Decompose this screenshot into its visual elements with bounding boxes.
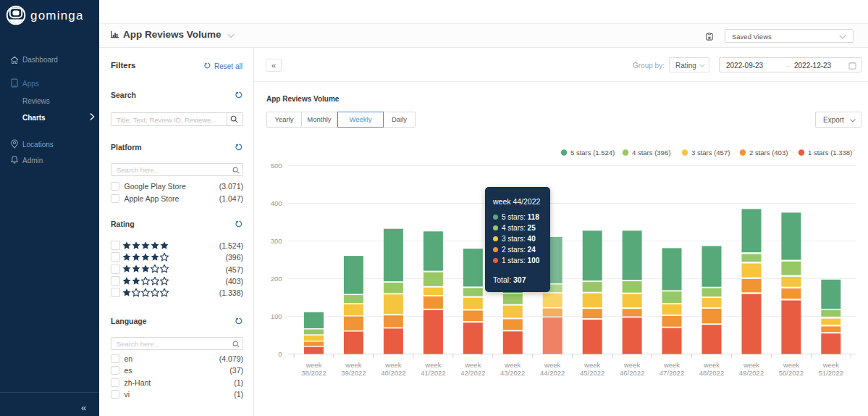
svg-text:49/2022: 49/2022	[739, 369, 764, 377]
svg-text:3 stars (457): 3 stars (457)	[691, 149, 730, 157]
svg-text:400: 400	[271, 199, 282, 207]
svg-text:2 stars (403): 2 stars (403)	[749, 149, 788, 157]
svg-text:5 stars (1.524): 5 stars (1.524)	[570, 149, 615, 157]
svg-text:44/2022: 44/2022	[540, 369, 565, 377]
svg-text:300: 300	[271, 237, 282, 245]
svg-text:45/2022: 45/2022	[580, 369, 604, 377]
svg-text:week: week	[424, 361, 441, 369]
svg-text:500: 500	[271, 162, 282, 170]
svg-text:40/2022: 40/2022	[381, 369, 405, 377]
svg-text:week: week	[544, 361, 560, 369]
svg-text:week: week	[663, 361, 680, 369]
svg-text:week: week	[783, 361, 799, 369]
svg-text:200: 200	[271, 275, 282, 283]
svg-text:week: week	[743, 361, 759, 369]
svg-text:week: week	[703, 361, 720, 369]
svg-text:week: week	[384, 361, 401, 369]
svg-text:41/2022: 41/2022	[421, 369, 445, 377]
svg-text:43/2022: 43/2022	[500, 369, 525, 377]
svg-text:1 stars (1.338): 1 stars (1.338)	[808, 149, 852, 157]
svg-text:50/2022: 50/2022	[779, 369, 804, 377]
svg-text:week: week	[345, 361, 361, 369]
svg-text:week: week	[504, 361, 521, 369]
svg-text:100: 100	[271, 312, 282, 320]
svg-text:0: 0	[278, 350, 282, 358]
svg-text:38/2022: 38/2022	[301, 369, 326, 377]
svg-text:48/2022: 48/2022	[699, 369, 724, 377]
svg-text:39/2022: 39/2022	[341, 369, 366, 377]
svg-text:week: week	[464, 361, 481, 369]
svg-text:week: week	[305, 361, 321, 369]
svg-text:46/2022: 46/2022	[620, 369, 644, 377]
svg-text:42/2022: 42/2022	[460, 369, 485, 377]
svg-text:week: week	[623, 361, 640, 369]
svg-text:51/2022: 51/2022	[819, 369, 843, 377]
svg-text:week: week	[583, 361, 600, 369]
svg-text:4 stars (396): 4 stars (396)	[632, 149, 670, 157]
svg-text:week: week	[822, 361, 839, 369]
svg-text:47/2022: 47/2022	[660, 369, 684, 377]
